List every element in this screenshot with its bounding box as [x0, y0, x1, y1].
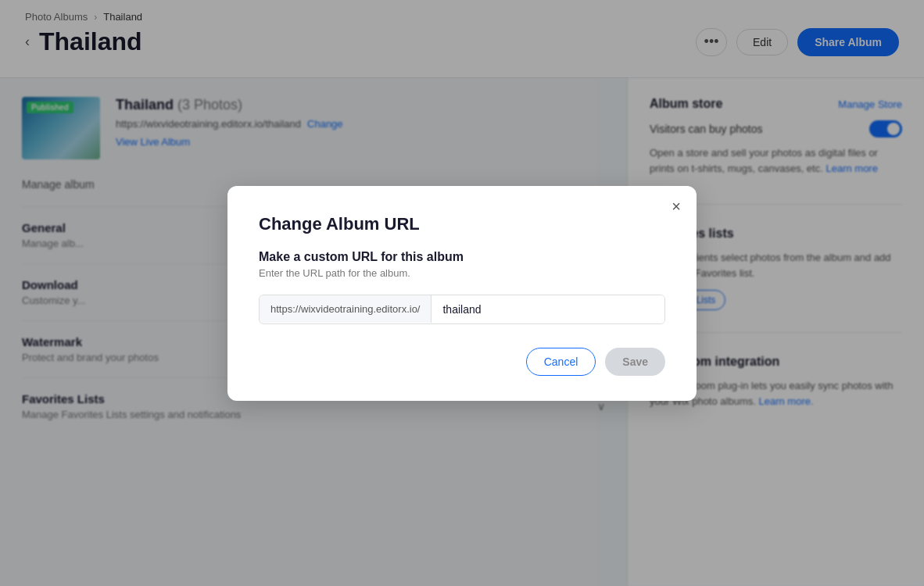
modal-actions: Cancel Save: [259, 348, 665, 376]
modal-title: Change Album URL: [259, 214, 665, 234]
modal-overlay[interactable]: × Change Album URL Make a custom URL for…: [0, 0, 924, 586]
modal-close-button[interactable]: ×: [672, 198, 681, 214]
save-button[interactable]: Save: [605, 348, 665, 376]
modal-subtitle: Make a custom URL for this album: [259, 250, 665, 264]
url-input-row: https://wixvideotraining.editorx.io/: [259, 295, 665, 324]
url-prefix: https://wixvideotraining.editorx.io/: [260, 295, 432, 323]
cancel-button[interactable]: Cancel: [526, 348, 596, 376]
url-path-input[interactable]: [432, 295, 664, 323]
modal-description: Enter the URL path for the album.: [259, 267, 665, 279]
change-album-url-modal: × Change Album URL Make a custom URL for…: [227, 186, 697, 401]
